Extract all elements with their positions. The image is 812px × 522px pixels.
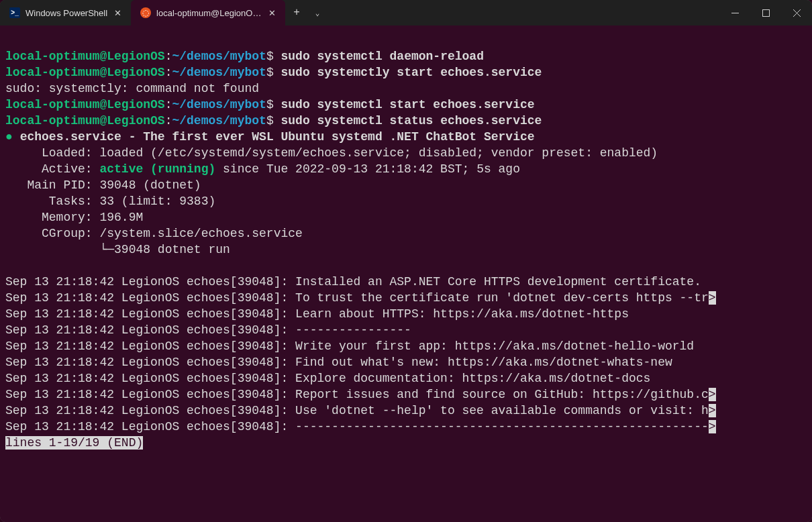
- error-text: sudo: systemctly: command not found: [5, 82, 259, 95]
- command-text: sudo systemctly start echoes.service: [281, 66, 542, 79]
- truncation-marker: >: [709, 404, 716, 417]
- tab-ubuntu[interactable]: ◌ local-optimum@LegionOS: ~, ✕: [131, 0, 285, 25]
- log-line: Sep 13 21:18:42 LegionOS echoes[39048]:: [5, 275, 295, 289]
- pager-status: lines 1-19/19 (END): [5, 436, 143, 450]
- log-line: Sep 13 21:18:42 LegionOS echoes[39048]:: [5, 323, 295, 337]
- status-cgroup-line: └─39048 dotnet run: [5, 243, 230, 256]
- powershell-icon: >_: [9, 7, 20, 18]
- log-line: Sep 13 21:18:42 LegionOS echoes[39048]:: [5, 420, 295, 433]
- command-text: sudo systemctl daemon-reload: [281, 50, 484, 63]
- ubuntu-icon: ◌: [140, 7, 151, 18]
- truncation-marker: >: [709, 291, 716, 305]
- tab-dropdown-button[interactable]: ⌄: [308, 0, 327, 25]
- service-header: echoes.service - The first ever WSL Ubun…: [20, 130, 535, 144]
- status-mainpid: Main PID: 39048 (dotnet): [5, 178, 201, 192]
- truncation-marker: >: [709, 388, 716, 401]
- close-icon[interactable]: ✕: [267, 7, 277, 19]
- tab-powershell[interactable]: >_ Windows PowerShell ✕: [0, 0, 131, 25]
- status-dot-icon: ●: [5, 130, 13, 144]
- log-line: Sep 13 21:18:42 LegionOS echoes[39048]:: [5, 388, 295, 401]
- status-cgroup: CGroup: /system.slice/echoes.service: [5, 227, 303, 240]
- tab-label: Windows PowerShell: [26, 8, 107, 18]
- prompt-path: ~/demos/mybot: [172, 50, 266, 63]
- terminal-viewport[interactable]: local-optimum@LegionOS:~/demos/mybot$ su…: [0, 25, 812, 522]
- log-line: Sep 13 21:18:42 LegionOS echoes[39048]:: [5, 291, 295, 305]
- status-memory: Memory: 196.9M: [5, 211, 143, 224]
- log-line: Sep 13 21:18:42 LegionOS echoes[39048]:: [5, 307, 295, 321]
- log-line: Sep 13 21:18:42 LegionOS echoes[39048]:: [5, 340, 295, 353]
- maximize-button[interactable]: [750, 0, 781, 25]
- status-loaded: Loaded: loaded (/etc/systemd/system/echo…: [5, 146, 658, 160]
- titlebar-drag-region[interactable]: [327, 0, 719, 25]
- close-button[interactable]: [781, 0, 812, 25]
- close-icon[interactable]: ✕: [113, 7, 123, 19]
- command-text: sudo systemctl start echoes.service: [281, 98, 535, 111]
- log-line: Sep 13 21:18:42 LegionOS echoes[39048]:: [5, 356, 295, 369]
- new-tab-button[interactable]: +: [285, 0, 308, 25]
- log-line: Sep 13 21:18:42 LegionOS echoes[39048]:: [5, 404, 295, 417]
- truncation-marker: >: [709, 420, 716, 433]
- titlebar: >_ Windows PowerShell ✕ ◌ local-optimum@…: [0, 0, 812, 25]
- log-line: Sep 13 21:18:42 LegionOS echoes[39048]:: [5, 372, 295, 385]
- command-text: sudo systemctl status echoes.service: [281, 114, 542, 127]
- svg-rect-0: [762, 9, 769, 16]
- tab-label: local-optimum@LegionOS: ~,: [156, 8, 262, 18]
- prompt-user: local-optimum@LegionOS: [5, 50, 165, 63]
- status-tasks: Tasks: 33 (limit: 9383): [5, 195, 215, 208]
- status-active: active (running): [99, 162, 215, 176]
- minimize-button[interactable]: [719, 0, 750, 25]
